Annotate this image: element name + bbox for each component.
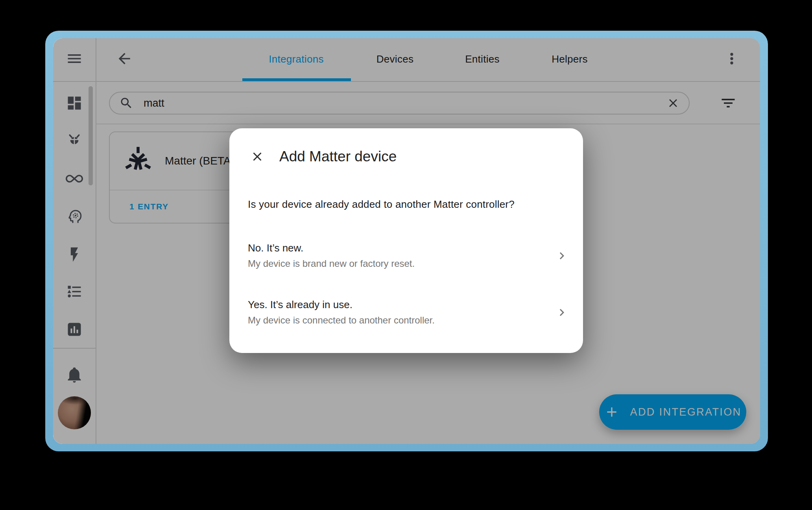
screenshot-canvas: Integrations Devices Entities Helpers (0, 0, 812, 510)
option-description: My device is brand new or factory reset. (248, 257, 415, 270)
option-device-new[interactable]: No. It’s new. My device is brand new or … (248, 241, 569, 270)
chevron-right-icon (555, 249, 569, 263)
dialog-title: Add Matter device (279, 148, 397, 166)
dialog-question: Is your device already added to another … (248, 198, 515, 211)
chevron-right-icon (555, 305, 569, 320)
app-window-frame: Integrations Devices Entities Helpers (45, 31, 768, 451)
option-title: No. It’s new. (248, 241, 415, 255)
home-assistant-app: Integrations Devices Entities Helpers (53, 38, 760, 444)
option-description: My device is connected to another contro… (248, 314, 435, 327)
option-title: Yes. It’s already in use. (248, 298, 435, 311)
add-matter-device-dialog: Add Matter device Is your device already… (229, 128, 583, 353)
option-device-in-use[interactable]: Yes. It’s already in use. My device is c… (248, 298, 569, 327)
close-icon (250, 150, 264, 164)
dialog-close-button[interactable] (248, 147, 267, 166)
